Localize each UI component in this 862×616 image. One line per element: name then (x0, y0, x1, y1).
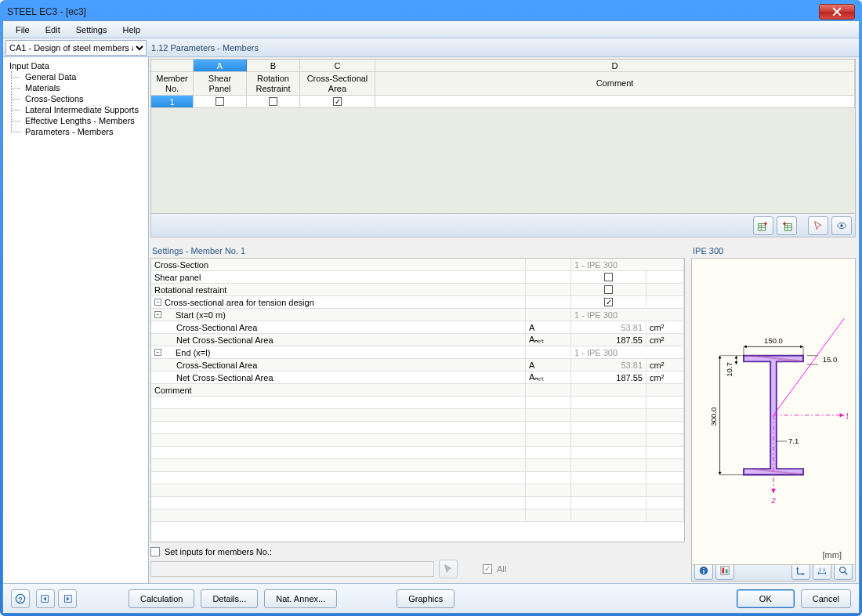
help-button[interactable]: ? (11, 589, 30, 608)
row1-csa-checkbox[interactable] (333, 97, 342, 106)
close-button[interactable] (819, 4, 855, 20)
menu-help[interactable]: Help (114, 23, 148, 37)
tree-item-effective-lengths[interactable]: Effective Lengths - Members (17, 115, 143, 126)
col-D-letter[interactable]: D (375, 60, 855, 72)
section-diagram: 150.0 15.0 10.7 (699, 298, 848, 525)
tree-item-materials[interactable]: Materials (17, 82, 143, 93)
dim-tf-top: 10.7 (725, 362, 733, 377)
col-B-label: Rotation Restraint (247, 72, 300, 96)
settings-unit: cm² (646, 321, 684, 333)
members-grid[interactable]: A B C D Member No. Shear Panel Rotation … (150, 59, 856, 214)
ok-button[interactable]: OK (737, 589, 795, 608)
row1-no[interactable]: 1 (151, 96, 194, 108)
svg-point-3 (840, 224, 843, 227)
lower-panels: Settings - Member No. 1 Cross-Section1 -… (150, 244, 856, 582)
settings-val[interactable]: 187.55 (571, 334, 646, 346)
settings-check-cell[interactable] (571, 296, 646, 308)
settings-row[interactable]: -End (x=l)1 - IPE 300 (151, 346, 684, 359)
svg-text:?: ? (18, 595, 22, 603)
details-button[interactable]: Details... (201, 589, 258, 608)
row1-rot-cell[interactable] (247, 96, 300, 108)
settings-checkbox[interactable] (604, 273, 613, 281)
settings-checkbox[interactable] (604, 298, 613, 306)
cancel-button[interactable]: Cancel (801, 589, 851, 608)
pick-member-button[interactable] (808, 216, 828, 235)
settings-checkbox[interactable] (604, 285, 613, 294)
menu-settings[interactable]: Settings (68, 23, 115, 37)
row1-rot-checkbox[interactable] (269, 97, 277, 106)
settings-val[interactable]: 1 - IPE 300 (571, 259, 684, 270)
tree-item-lateral-supports[interactable]: Lateral Intermediate Supports (17, 104, 143, 115)
next-button[interactable] (58, 589, 77, 608)
row1-csa-cell[interactable] (300, 96, 375, 108)
pick-members-button[interactable] (439, 560, 458, 578)
settings-row-empty (151, 509, 684, 522)
settings-val[interactable]: 1 - IPE 300 (571, 346, 684, 358)
view-button[interactable] (831, 216, 852, 235)
settings-unit: cm² (646, 334, 684, 346)
settings-row[interactable]: Rotational restraint (151, 284, 684, 296)
settings-row[interactable]: Cross-Sectional AreaA53.81cm² (151, 321, 684, 334)
sidebar[interactable]: Input Data General Data Materials Cross-… (3, 57, 149, 583)
svg-rect-1 (784, 223, 791, 230)
nat-annex-button[interactable]: Nat. Annex... (264, 589, 337, 608)
all-checkbox[interactable] (483, 564, 492, 574)
set-inputs-checkbox[interactable] (150, 547, 160, 556)
col-C-letter[interactable]: C (300, 60, 375, 72)
settings-check-cell[interactable] (571, 271, 646, 283)
svg-text:i: i (703, 567, 704, 574)
settings-label: Shear panel (151, 271, 526, 283)
settings-unit (646, 271, 684, 283)
export-table-button[interactable] (753, 216, 773, 235)
settings-check-cell[interactable] (571, 284, 646, 295)
app-window: STEEL EC3 - [ec3] File Edit Settings Hel… (0, 0, 862, 616)
bottom-controls: Set inputs for members No.: All (150, 547, 685, 582)
settings-row[interactable]: Cross-Section1 - IPE 300 (151, 259, 684, 271)
settings-row[interactable]: -Start (x=0 m)1 - IPE 300 (151, 309, 684, 321)
settings-row[interactable]: Cross-Sectional AreaA53.81cm² (151, 359, 684, 371)
settings-label: Net Cross-Sectional Area (151, 334, 526, 346)
set-inputs-field[interactable] (150, 561, 434, 577)
tree-item-cross-sections[interactable]: Cross-Sections (17, 93, 143, 104)
graphics-button[interactable]: Graphics (397, 589, 455, 608)
axes-icon (795, 565, 806, 576)
import-table-button[interactable] (777, 216, 797, 235)
settings-row[interactable]: Comment (151, 384, 684, 397)
panel-title: 1.12 Parameters - Members (147, 43, 259, 53)
tree-children: General Data Materials Cross-Sections La… (8, 71, 143, 137)
row1-comment-cell[interactable] (375, 96, 855, 108)
settings-label: Rotational restraint (151, 284, 526, 295)
col-C-label: Cross-Sectional Area (300, 72, 375, 96)
settings-label: -Cross-sectional area for tension design (151, 296, 526, 308)
settings-label: -End (x=l) (151, 346, 526, 358)
settings-row[interactable]: Net Cross-Sectional AreaAₙₑₜ187.55cm² (151, 371, 684, 384)
tree-item-general[interactable]: General Data (17, 71, 143, 82)
prev-button[interactable] (36, 589, 55, 608)
row1-shear-checkbox[interactable] (216, 97, 224, 106)
settings-val[interactable] (571, 384, 646, 396)
tree-item-parameters-members[interactable]: Parameters - Members (17, 126, 143, 137)
menu-edit[interactable]: Edit (38, 23, 68, 37)
settings-row[interactable]: -Cross-sectional area for tension design (151, 296, 684, 309)
settings-row-empty (151, 409, 684, 422)
col-A-letter[interactable]: A (194, 60, 247, 72)
pick-icon (443, 563, 454, 574)
menu-file[interactable]: File (8, 23, 38, 37)
case-selector[interactable]: CA1 - Design of steel members a (5, 40, 147, 56)
settings-sym (526, 384, 571, 396)
stress-icon (719, 565, 730, 576)
settings-grid[interactable]: Cross-Section1 - IPE 300Shear panelRotat… (150, 258, 685, 542)
settings-row[interactable]: Net Cross-Sectional AreaAₙₑₜ187.55cm² (151, 334, 684, 346)
cursor-icon (813, 220, 824, 231)
settings-row[interactable]: Shear panel (151, 271, 684, 284)
settings-val[interactable]: 53.81 (571, 359, 646, 371)
settings-label: Cross-Sectional Area (151, 321, 526, 333)
settings-val[interactable]: 53.81 (571, 321, 646, 333)
calculation-button[interactable]: Calculation (129, 589, 194, 608)
tree-root[interactable]: Input Data (8, 60, 143, 71)
row1-shear-cell[interactable] (194, 96, 247, 108)
col-B-letter[interactable]: B (247, 60, 300, 72)
settings-sym: Aₙₑₜ (526, 334, 571, 346)
settings-val[interactable]: 1 - IPE 300 (571, 309, 684, 321)
settings-val[interactable]: 187.55 (571, 371, 646, 383)
